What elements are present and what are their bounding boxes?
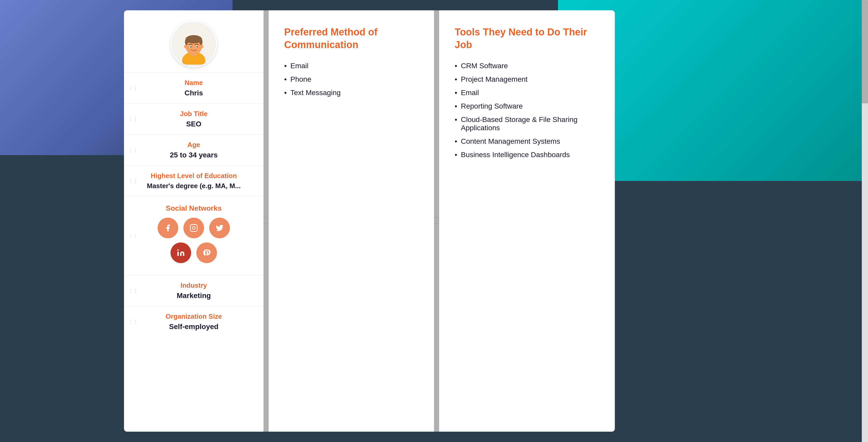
cards-container: Name Chris Job Title SEO Age 25 to 34 ye… [124, 10, 615, 432]
divider-dots-2: ⋮⋮ [433, 215, 440, 227]
divider-profile-comm[interactable]: ⋮⋮ [264, 10, 269, 432]
svg-point-13 [201, 45, 203, 48]
svg-point-10 [190, 46, 192, 48]
org-size-label: Organization Size [165, 313, 222, 321]
social-networks-label: Social Networks [166, 204, 222, 212]
svg-point-7 [199, 39, 203, 45]
svg-point-6 [185, 39, 188, 45]
org-size-value: Self-employed [169, 323, 218, 331]
divider-comm-tools[interactable]: ⋮⋮ [434, 10, 439, 432]
age-value: 25 to 34 years [170, 151, 218, 159]
communication-card: Preferred Method of Communication Email … [269, 10, 434, 432]
social-icons-top-row [158, 218, 230, 238]
tool-cms: Content Management Systems [455, 137, 599, 146]
avatar-container [124, 10, 264, 72]
instagram-icon[interactable] [183, 218, 204, 238]
divider-dots-1: ⋮⋮ [263, 215, 269, 227]
industry-label: Industry [181, 282, 207, 290]
name-value: Chris [184, 89, 203, 97]
job-title-row: Job Title SEO [124, 104, 264, 135]
age-row: Age 25 to 34 years [124, 135, 264, 166]
svg-point-11 [196, 46, 198, 48]
avatar-illustration [173, 23, 214, 65]
svg-point-12 [184, 45, 187, 48]
facebook-icon[interactable] [158, 218, 178, 238]
scrollbar[interactable] [862, 0, 868, 442]
industry-value: Marketing [177, 292, 211, 300]
tool-bi-dashboards: Business Intelligence Dashboards [455, 151, 599, 159]
education-label: Highest Level of Education [151, 172, 237, 180]
svg-rect-14 [190, 225, 197, 232]
communication-card-title: Preferred Method of Communication [284, 26, 418, 52]
name-row: Name Chris [124, 72, 264, 104]
org-size-row: Organization Size Self-employed [124, 306, 264, 337]
comm-method-phone: Phone [284, 75, 418, 84]
tool-crm: CRM Software [455, 62, 599, 70]
name-label: Name [185, 79, 203, 87]
tools-list: CRM Software Project Management Email Re… [455, 62, 599, 159]
communication-methods-list: Email Phone Text Messaging [284, 62, 418, 97]
tool-cloud-storage: Cloud-Based Storage & File Sharing Appli… [455, 116, 599, 132]
education-row: Highest Level of Education Master's degr… [124, 166, 264, 196]
social-icons-bottom-row [170, 242, 217, 263]
tools-card-title: Tools They Need to Do Their Job [455, 26, 599, 52]
comm-method-text: Text Messaging [284, 89, 418, 97]
tool-project-mgmt: Project Management [455, 75, 599, 84]
social-networks-section: Social Networks [124, 196, 264, 275]
scrollbar-thumb[interactable] [862, 0, 868, 104]
linkedin-icon[interactable] [170, 242, 191, 263]
job-title-label: Job Title [180, 110, 208, 118]
avatar [170, 21, 217, 67]
tool-email: Email [455, 89, 599, 97]
pinterest-icon[interactable] [196, 242, 217, 263]
svg-rect-16 [178, 252, 179, 256]
profile-card: Name Chris Job Title SEO Age 25 to 34 ye… [124, 10, 264, 432]
tools-card: Tools They Need to Do Their Job CRM Soft… [439, 10, 615, 432]
job-title-value: SEO [186, 120, 201, 128]
comm-method-email: Email [284, 62, 418, 70]
industry-row: Industry Marketing [124, 275, 264, 306]
twitter-icon[interactable] [209, 218, 230, 238]
svg-point-17 [178, 249, 179, 251]
age-label: Age [187, 141, 200, 149]
education-value: Master's degree (e.g. MA, M... [147, 182, 241, 190]
tool-reporting: Reporting Software [455, 102, 599, 110]
